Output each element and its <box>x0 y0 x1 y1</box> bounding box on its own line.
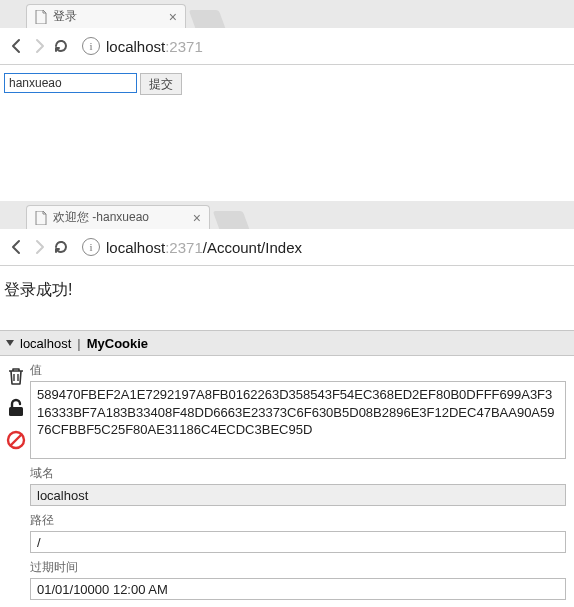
block-icon[interactable] <box>6 430 26 450</box>
url-text: localhost:2371 <box>106 38 203 55</box>
devtools-header: localhost | MyCookie <box>0 330 574 356</box>
devtools-cookie-panel: localhost | MyCookie 值 域名 路径 过期时间 <box>0 330 574 607</box>
delete-icon[interactable] <box>7 366 25 386</box>
reload-button[interactable] <box>50 35 72 57</box>
tab-strip: 登录 × <box>0 0 574 28</box>
address-bar[interactable]: i localhost:2371 <box>78 33 568 59</box>
toolbar: i localhost:2371/Account/Index <box>0 229 574 265</box>
cookie-expire-field[interactable] <box>30 578 566 600</box>
submit-button[interactable]: 提交 <box>140 73 182 95</box>
tab-close-icon[interactable]: × <box>169 10 177 24</box>
cookie-form: 值 域名 路径 过期时间 <box>30 360 566 604</box>
site-info-icon[interactable]: i <box>82 238 100 256</box>
welcome-page: 登录成功! <box>0 266 574 320</box>
back-button[interactable] <box>6 236 28 258</box>
site-info-icon[interactable]: i <box>82 37 100 55</box>
crumb-cookie-name[interactable]: MyCookie <box>87 336 148 351</box>
new-tab-button[interactable] <box>189 10 226 28</box>
login-success-message: 登录成功! <box>4 281 72 298</box>
tab-close-icon[interactable]: × <box>193 211 201 225</box>
forward-button[interactable] <box>28 236 50 258</box>
address-bar[interactable]: i localhost:2371/Account/Index <box>78 234 568 260</box>
expire-label: 过期时间 <box>30 559 566 576</box>
domain-label: 域名 <box>30 465 566 482</box>
tab-title: 欢迎您 -hanxueao <box>53 209 185 226</box>
crumb-separator: | <box>77 336 80 351</box>
lock-icon[interactable] <box>6 398 26 418</box>
cookie-value-field[interactable] <box>30 381 566 459</box>
expand-toggle-icon[interactable] <box>6 340 14 346</box>
reload-button[interactable] <box>50 236 72 258</box>
page-icon <box>35 211 47 225</box>
tab-title: 登录 <box>53 8 161 25</box>
devtools-tool-column <box>2 360 30 604</box>
path-label: 路径 <box>30 512 566 529</box>
active-tab[interactable]: 欢迎您 -hanxueao × <box>26 205 210 229</box>
browser-window-1: 登录 × i localhost:2371 <box>0 0 574 65</box>
forward-button[interactable] <box>28 35 50 57</box>
cookie-path-field[interactable] <box>30 531 566 553</box>
cookie-domain-field[interactable] <box>30 484 566 506</box>
svg-rect-0 <box>9 407 23 416</box>
browser-window-2: 欢迎您 -hanxueao × i localhost:2371/Account… <box>0 201 574 266</box>
crumb-host[interactable]: localhost <box>20 336 71 351</box>
username-input[interactable] <box>4 73 137 93</box>
tab-strip: 欢迎您 -hanxueao × <box>0 201 574 229</box>
url-text: localhost:2371/Account/Index <box>106 239 302 256</box>
toolbar: i localhost:2371 <box>0 28 574 64</box>
back-button[interactable] <box>6 35 28 57</box>
login-page: 提交 <box>0 65 574 129</box>
value-label: 值 <box>30 362 566 379</box>
active-tab[interactable]: 登录 × <box>26 4 186 28</box>
new-tab-button[interactable] <box>213 211 250 229</box>
svg-line-2 <box>11 435 22 446</box>
page-icon <box>35 10 47 24</box>
